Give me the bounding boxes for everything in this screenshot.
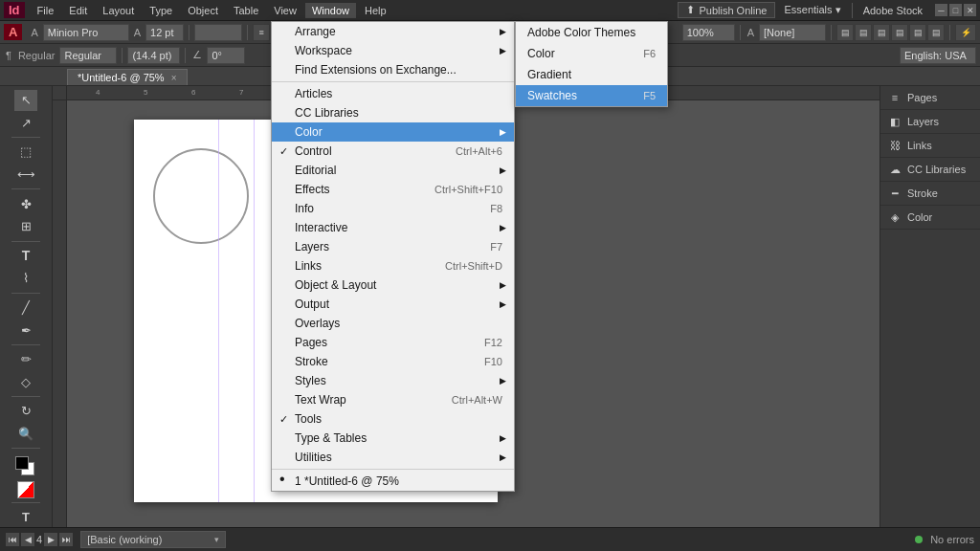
menu-help[interactable]: Help <box>358 3 393 18</box>
app-logo: Id <box>4 2 25 18</box>
pen-tool[interactable]: ✒ <box>14 320 37 341</box>
menu-links[interactable]: LinksCtrl+Shift+D <box>272 256 514 276</box>
publish-online-button[interactable]: ⬆ Publish Online <box>678 2 775 18</box>
menu-output[interactable]: Output <box>272 295 514 314</box>
menu-object-layout[interactable]: Object & Layout <box>272 276 514 295</box>
submenu-adobe-color-themes[interactable]: Adobe Color Themes <box>516 22 667 43</box>
r-align-4[interactable]: ▤ <box>891 24 908 41</box>
menu-effects[interactable]: EffectsCtrl+Shift+F10 <box>272 180 514 199</box>
panel-pages[interactable]: ≡ Pages <box>880 86 980 110</box>
menu-cc-libraries[interactable]: CC Libraries <box>272 103 514 122</box>
menu-type-tables[interactable]: Type & Tables <box>272 429 514 448</box>
type-tool[interactable]: T <box>14 246 37 267</box>
select-tool[interactable]: ↖ <box>14 90 37 111</box>
menu-interactive[interactable]: Interactive <box>272 218 514 237</box>
panel-cc-libraries[interactable]: ☁ CC Libraries <box>880 158 980 182</box>
cc-libraries-icon: ☁ <box>888 163 902 176</box>
menu-workspace[interactable]: Workspace <box>272 41 514 60</box>
menu-control[interactable]: ControlCtrl+Alt+6 <box>272 142 514 161</box>
prev-page-button[interactable]: ◀ <box>21 533 34 546</box>
style-selector[interactable] <box>80 531 226 548</box>
menu-window[interactable]: Window <box>305 3 356 18</box>
line-tool[interactable]: ╱ <box>14 298 37 319</box>
menu-file[interactable]: File <box>31 3 61 18</box>
error-status-text: No errors <box>930 534 974 545</box>
menu-styles[interactable]: Styles <box>272 371 514 390</box>
pencil-tool[interactable]: ✏ <box>14 349 37 370</box>
menu-edit[interactable]: Edit <box>62 3 94 18</box>
direct-select-tool[interactable]: ↗ <box>14 113 37 134</box>
menu-find-extensions[interactable]: Find Extensions on Exchange... <box>272 60 514 79</box>
tab-close-button[interactable]: × <box>171 73 177 83</box>
align-left-button[interactable]: ≡ <box>253 24 270 41</box>
menu-utilities[interactable]: Utilities <box>272 448 514 467</box>
gap-tool[interactable]: ⟷ <box>14 165 37 186</box>
menu-tools[interactable]: Tools <box>272 409 514 429</box>
language-field[interactable] <box>900 47 976 64</box>
none-swatch[interactable] <box>17 481 34 498</box>
type-path-tool[interactable]: ⌇ <box>14 268 37 289</box>
letter-t-tool[interactable]: T <box>14 506 37 527</box>
menu-view[interactable]: View <box>267 3 303 18</box>
panel-layers[interactable]: ◧ Layers <box>880 110 980 134</box>
last-page-button[interactable]: ⏭ <box>59 533 73 546</box>
fill-black-swatch[interactable] <box>15 456 29 470</box>
menu-articles[interactable]: Articles <box>272 84 514 103</box>
menu-editorial[interactable]: Editorial <box>272 161 514 180</box>
panel-stroke-label: Stroke <box>907 187 938 199</box>
panel-color[interactable]: ◈ Color <box>880 206 980 230</box>
control-shortcut: Ctrl+Alt+6 <box>351 145 502 157</box>
adobe-stock-button[interactable]: Adobe Stock <box>857 3 929 18</box>
panel-stroke[interactable]: ━ Stroke <box>880 182 980 206</box>
eraser-tool[interactable]: ◇ <box>14 371 37 392</box>
r-align-5[interactable]: ▤ <box>909 24 926 41</box>
tab-label: *Untitled-6 @ 75% <box>78 72 165 83</box>
submenu-swatches[interactable]: Swatches F5 <box>516 85 667 106</box>
font-size-field[interactable] <box>145 24 184 41</box>
menu-type[interactable]: Type <box>143 3 179 18</box>
r-align-6[interactable]: ▤ <box>927 24 945 41</box>
page-tool[interactable]: ⬚ <box>14 142 37 163</box>
settings-button[interactable]: ⚡ <box>955 24 976 41</box>
menu-arrange[interactable]: Arrange <box>272 22 514 41</box>
none-field[interactable] <box>759 24 826 41</box>
content-tool[interactable]: ✤ <box>14 193 37 214</box>
next-page-button[interactable]: ▶ <box>44 533 57 546</box>
size2-field[interactable] <box>127 47 180 64</box>
menu-table[interactable]: Table <box>227 3 265 18</box>
essentials-button[interactable]: Essentials ▾ <box>777 2 847 18</box>
submenu-gradient[interactable]: Gradient <box>516 64 667 85</box>
ruler-num-5: 5 <box>144 88 147 97</box>
menu-overlays[interactable]: Overlays <box>272 314 514 333</box>
zoom-field[interactable] <box>682 24 735 41</box>
first-page-button[interactable]: ⏮ <box>6 533 19 546</box>
menu-layout[interactable]: Layout <box>96 3 141 18</box>
menu-color[interactable]: Color <box>272 122 514 142</box>
r-align-2[interactable]: ▤ <box>855 24 872 41</box>
menu-info[interactable]: InfoF8 <box>272 199 514 218</box>
char-height-field[interactable] <box>194 24 242 41</box>
maximize-button[interactable]: □ <box>949 4 962 16</box>
rectangle-frame-tool[interactable]: ⊞ <box>14 216 37 237</box>
minimize-button[interactable]: ─ <box>935 4 947 16</box>
r-align-1[interactable]: ▤ <box>836 24 854 41</box>
menu-stroke[interactable]: StrokeF10 <box>272 352 514 371</box>
zoom-tool[interactable]: 🔍 <box>14 424 37 445</box>
menu-layers[interactable]: LayersF7 <box>272 237 514 256</box>
font-style-field[interactable] <box>59 47 117 64</box>
close-button[interactable]: ✕ <box>964 4 976 16</box>
menu-untitled-doc[interactable]: 1 *Untitled-6 @ 75% <box>272 472 514 491</box>
guide-line-2 <box>254 120 255 502</box>
ruler-corner <box>53 86 67 100</box>
font-family-field[interactable] <box>43 24 129 41</box>
r-align-3[interactable]: ▤ <box>873 24 890 41</box>
document-tab[interactable]: *Untitled-6 @ 75% × <box>67 69 188 85</box>
menu-pages[interactable]: PagesF12 <box>272 333 514 352</box>
menu-text-wrap[interactable]: Text WrapCtrl+Alt+W <box>272 390 514 409</box>
panel-links[interactable]: ⛓ Links <box>880 134 980 158</box>
angle-field[interactable] <box>207 47 245 64</box>
rotate-tool[interactable]: ↻ <box>14 401 37 422</box>
submenu-color[interactable]: Color F6 <box>516 43 667 64</box>
menu-object[interactable]: Object <box>181 3 225 18</box>
style-dropdown-arrow[interactable]: ▾ <box>214 535 219 544</box>
